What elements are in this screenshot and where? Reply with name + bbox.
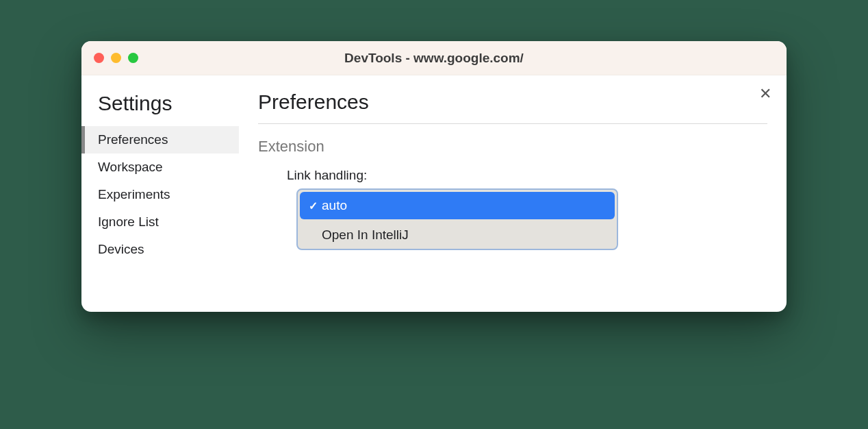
dropdown-option-open-in-intellij[interactable]: ✓ Open In IntelliJ: [298, 221, 617, 249]
sidebar-item-ignore-list[interactable]: Ignore List: [81, 208, 239, 236]
check-icon: ✓: [304, 199, 322, 212]
sidebar-item-label: Experiments: [98, 187, 170, 201]
sidebar-item-label: Preferences: [98, 132, 168, 147]
close-icon[interactable]: ✕: [759, 86, 771, 101]
sidebar-item-preferences[interactable]: Preferences: [81, 126, 239, 154]
page-title: Preferences: [258, 90, 767, 124]
titlebar: DevTools - www.google.com/: [81, 41, 787, 75]
sidebar-item-label: Devices: [98, 242, 144, 256]
section-title: Extension: [258, 138, 767, 156]
sidebar-item-experiments[interactable]: Experiments: [81, 181, 239, 208]
minimize-window-button[interactable]: [111, 53, 121, 63]
close-window-button[interactable]: [94, 53, 104, 63]
sidebar-item-workspace[interactable]: Workspace: [81, 154, 239, 181]
dropdown-option-label: Open In IntelliJ: [322, 228, 409, 243]
settings-sidebar: Settings Preferences Workspace Experimen…: [81, 75, 239, 312]
dropdown-option-label: auto: [322, 198, 347, 213]
main-panel: Preferences Extension Link handling: ✓ a…: [239, 75, 787, 312]
devtools-window: DevTools - www.google.com/ ✕ Settings Pr…: [81, 41, 787, 312]
sidebar-title: Settings: [81, 88, 239, 126]
sidebar-item-label: Ignore List: [98, 214, 159, 229]
link-handling-dropdown[interactable]: ✓ auto ✓ Open In IntelliJ: [296, 188, 618, 250]
window-title: DevTools - www.google.com/: [344, 51, 524, 66]
link-handling-label: Link handling:: [287, 168, 767, 183]
dropdown-option-auto[interactable]: ✓ auto: [300, 192, 615, 219]
sidebar-item-label: Workspace: [98, 160, 163, 174]
content-area: ✕ Settings Preferences Workspace Experim…: [81, 75, 787, 312]
traffic-lights: [94, 53, 138, 63]
maximize-window-button[interactable]: [128, 53, 138, 63]
sidebar-item-devices[interactable]: Devices: [81, 236, 239, 263]
